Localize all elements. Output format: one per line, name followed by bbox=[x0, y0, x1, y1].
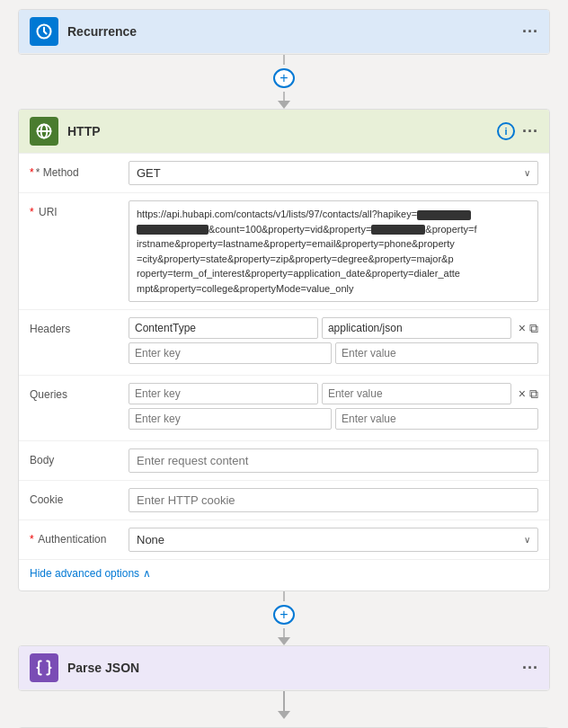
headers-key-1[interactable] bbox=[129, 317, 318, 339]
vline-bottom-2 bbox=[283, 628, 285, 637]
parse-json-card: Parse JSON ··· bbox=[18, 645, 550, 691]
http-body: ** Method GET ∨ * URI https://api.hubapi… bbox=[19, 154, 549, 590]
http-title: HTTP bbox=[67, 124, 497, 138]
uri-value[interactable]: https://api.hubapi.com/contacts/v1/lists… bbox=[129, 200, 538, 302]
method-select[interactable]: GET ∨ bbox=[129, 161, 538, 185]
headers-val-1[interactable] bbox=[322, 317, 511, 339]
queries-label: Queries bbox=[30, 383, 129, 401]
headers-kv-row-2 bbox=[129, 342, 538, 364]
queries-copy-1-icon[interactable]: ⧉ bbox=[529, 386, 538, 402]
headers-copy-1-icon[interactable]: ⧉ bbox=[529, 321, 538, 336]
queries-val-2[interactable] bbox=[335, 408, 538, 430]
parse-json-icon bbox=[30, 653, 58, 682]
chevron-up-icon: ∧ bbox=[143, 567, 151, 580]
uri-row: * URI https://api.hubapi.com/contacts/v1… bbox=[19, 193, 549, 310]
recurrence-header: Recurrence ··· bbox=[19, 10, 549, 54]
http-actions: i ··· bbox=[497, 122, 538, 141]
auth-select[interactable]: None ∨ bbox=[129, 528, 538, 552]
parse-json-header: Parse JSON ··· bbox=[19, 646, 549, 690]
queries-kv-container: × ⧉ bbox=[129, 383, 538, 433]
headers-key-2[interactable] bbox=[129, 342, 332, 364]
uri-input-wrapper: https://api.hubapi.com/contacts/v1/lists… bbox=[129, 200, 538, 302]
queries-kv-1-actions: × ⧉ bbox=[519, 386, 538, 402]
headers-val-2[interactable] bbox=[335, 342, 538, 364]
queries-kv-row-2 bbox=[129, 408, 538, 430]
parse-json-title: Parse JSON bbox=[67, 661, 522, 675]
queries-row: Queries × ⧉ bbox=[19, 376, 549, 441]
headers-kv-1-actions: × ⧉ bbox=[519, 321, 538, 336]
http-card: HTTP i ··· ** Method GET ∨ * URI bbox=[18, 109, 550, 591]
queries-val-1[interactable] bbox=[322, 383, 511, 404]
recurrence-actions: ··· bbox=[522, 22, 538, 41]
auth-label: * Authentication bbox=[30, 528, 129, 546]
headers-delete-1-icon[interactable]: × bbox=[519, 321, 526, 335]
arrow-3 bbox=[278, 711, 290, 719]
body-label: Body bbox=[30, 448, 129, 466]
recurrence-title: Recurrence bbox=[67, 24, 522, 39]
method-label: ** Method bbox=[30, 161, 129, 179]
headers-row: Headers × ⧉ bbox=[19, 310, 549, 376]
http-info-icon[interactable]: i bbox=[497, 122, 515, 140]
headers-kv-row-1: × ⧉ bbox=[129, 317, 538, 339]
connector-2: + bbox=[18, 591, 550, 645]
connector-1: + bbox=[18, 55, 550, 109]
auth-value: None bbox=[137, 533, 164, 546]
method-row: ** Method GET ∨ bbox=[19, 154, 549, 193]
parse-json-menu[interactable]: ··· bbox=[522, 659, 538, 678]
recurrence-icon bbox=[30, 17, 58, 46]
http-menu[interactable]: ··· bbox=[522, 122, 538, 141]
method-input-wrapper: GET ∨ bbox=[129, 161, 538, 185]
auth-row: * Authentication None ∨ bbox=[19, 520, 549, 560]
add-button-2[interactable]: + bbox=[273, 605, 295, 625]
queries-key-2[interactable] bbox=[129, 408, 332, 430]
recurrence-menu[interactable]: ··· bbox=[522, 22, 538, 41]
recurrence-card: Recurrence ··· bbox=[18, 9, 550, 55]
vline-bottom-1 bbox=[283, 92, 285, 101]
headers-kv-container: × ⧉ bbox=[129, 317, 538, 368]
http-icon bbox=[30, 117, 58, 146]
auth-chevron: ∨ bbox=[524, 535, 530, 545]
uri-label: * URI bbox=[30, 200, 129, 218]
auth-input-wrapper: None ∨ bbox=[129, 528, 538, 552]
http-header: HTTP i ··· bbox=[19, 110, 549, 154]
add-button-1[interactable]: + bbox=[273, 68, 295, 88]
vline-top-2 bbox=[283, 591, 285, 601]
method-chevron: ∨ bbox=[524, 168, 530, 178]
cookie-label: Cookie bbox=[30, 488, 129, 506]
parse-json-actions: ··· bbox=[522, 659, 538, 678]
arrow-1 bbox=[278, 101, 290, 109]
body-input-wrapper bbox=[129, 448, 538, 473]
vline-top-1 bbox=[283, 55, 285, 65]
method-value: GET bbox=[137, 166, 161, 180]
cookie-row: Cookie bbox=[19, 481, 549, 520]
cookie-input[interactable] bbox=[129, 488, 538, 512]
queries-key-1[interactable] bbox=[129, 383, 318, 404]
connector-3 bbox=[18, 691, 550, 727]
hide-advanced-options[interactable]: Hide advanced options ∧ bbox=[19, 560, 549, 590]
queries-kv-row-1: × ⧉ bbox=[129, 383, 538, 404]
vline-3 bbox=[283, 691, 285, 711]
cookie-input-wrapper bbox=[129, 488, 538, 512]
queries-delete-1-icon[interactable]: × bbox=[519, 386, 526, 401]
body-input[interactable] bbox=[129, 448, 538, 473]
body-row: Body bbox=[19, 441, 549, 481]
hide-advanced-label: Hide advanced options bbox=[30, 567, 139, 580]
headers-label: Headers bbox=[30, 317, 129, 335]
arrow-2 bbox=[278, 637, 290, 645]
